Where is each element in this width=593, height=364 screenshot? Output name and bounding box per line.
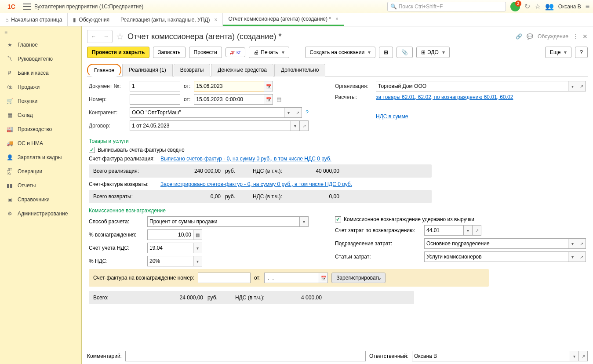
- section-tab-realization[interactable]: Реализация (1): [122, 64, 173, 76]
- sf-real-link[interactable]: Выписано счетов-фактур - 0, на сумму 0 р…: [160, 156, 331, 162]
- sidebar-item-assets[interactable]: 🚚ОС и НМА: [0, 136, 81, 150]
- favorites-icon[interactable]: ☆: [535, 2, 541, 11]
- post-and-close-button[interactable]: Провести и закрыть: [87, 47, 149, 58]
- withheld-checkbox[interactable]: [335, 216, 341, 222]
- sf-ret-link[interactable]: Зарегистрировано счетов-фактур - 0, на с…: [160, 181, 352, 187]
- sf-fee-date-input[interactable]: [264, 273, 319, 283]
- discuss-icon[interactable]: 💬: [527, 33, 533, 40]
- vat-mode-link[interactable]: НДС в сумме: [376, 113, 408, 120]
- org-input[interactable]: [376, 81, 568, 91]
- percent-input[interactable]: [147, 229, 193, 240]
- tab-discussions[interactable]: ▮ Обсуждения: [68, 13, 115, 26]
- nav-forward-button[interactable]: →: [100, 30, 112, 43]
- dropdown-icon[interactable]: ▾: [284, 107, 293, 118]
- exp-acc-input[interactable]: [424, 225, 464, 236]
- calc-method-input[interactable]: [147, 216, 300, 227]
- calendar-icon[interactable]: 📅: [264, 94, 273, 105]
- dropdown-icon[interactable]: ▾: [568, 238, 577, 249]
- register-button[interactable]: Зарегистрировать: [331, 273, 386, 283]
- sidebar-item-catalogs[interactable]: ▣Справочники: [0, 193, 81, 207]
- calendar-icon[interactable]: 📅: [264, 81, 273, 91]
- open-icon[interactable]: ↗: [577, 251, 586, 262]
- tab-home[interactable]: ⌂ Начальная страница: [0, 13, 68, 26]
- write-button[interactable]: Записать: [153, 47, 185, 58]
- number-input[interactable]: [130, 94, 180, 105]
- print-button[interactable]: 🖨Печать: [249, 47, 289, 58]
- sidebar-item-reports[interactable]: ▮▮Отчеты: [0, 178, 81, 193]
- tab-realization[interactable]: Реализация (акты, накладные, УПД) ×: [115, 13, 223, 26]
- sidebar-collapse-icon[interactable]: ≡: [0, 26, 81, 38]
- open-icon[interactable]: ↗: [293, 107, 302, 118]
- doc-date-input[interactable]: [194, 81, 264, 91]
- sf-fee-number-input[interactable]: [198, 273, 251, 283]
- main-menu-icon[interactable]: [23, 4, 31, 10]
- comment-input[interactable]: [125, 351, 366, 361]
- kebab-icon[interactable]: ⋮: [573, 33, 578, 40]
- favorite-icon[interactable]: ☆: [116, 31, 124, 42]
- doc-no-input[interactable]: [130, 81, 180, 91]
- notifications-icon[interactable]: 2: [510, 2, 520, 11]
- history-icon[interactable]: ↻: [524, 2, 530, 11]
- section-tab-returns[interactable]: Возвраты: [174, 64, 211, 76]
- counterparty-input[interactable]: [130, 107, 284, 118]
- sidebar-item-production[interactable]: 🏭Производство: [0, 122, 81, 136]
- open-icon[interactable]: ↗: [300, 120, 309, 131]
- more-button[interactable]: Еще: [545, 47, 571, 58]
- sidebar-item-sales[interactable]: 🛍Продажи: [0, 80, 81, 94]
- dropdown-icon[interactable]: ▾: [291, 120, 300, 131]
- search-input[interactable]: 🔍 Поиск Ctrl+Shift+F: [387, 2, 506, 11]
- open-icon[interactable]: ↗: [577, 81, 586, 91]
- help-button[interactable]: ?: [575, 47, 588, 58]
- sidebar-item-purchases[interactable]: 🛒Покупки: [0, 94, 81, 108]
- create-based-button[interactable]: Создать на основании: [305, 47, 376, 58]
- vat-acc-input[interactable]: [147, 243, 193, 253]
- sidebar-item-bank[interactable]: ₽Банк и касса: [0, 66, 81, 80]
- nav-back-button[interactable]: ←: [87, 30, 100, 43]
- section-tab-money[interactable]: Денежные средства: [211, 64, 273, 76]
- sidebar-item-manager[interactable]: 〽Руководителю: [0, 52, 81, 66]
- list-icon[interactable]: ▤: [276, 96, 281, 102]
- dropdown-icon[interactable]: ▾: [570, 351, 579, 361]
- link-icon[interactable]: 🔗: [516, 33, 522, 40]
- post-button[interactable]: Провести: [189, 47, 222, 58]
- dropdown-icon[interactable]: ▾: [568, 251, 577, 262]
- open-icon[interactable]: ↗: [473, 225, 481, 236]
- close-icon[interactable]: ×: [335, 16, 338, 22]
- help-icon[interactable]: ?: [306, 109, 309, 116]
- contract-input[interactable]: [130, 120, 291, 131]
- exp-item-input[interactable]: [424, 251, 568, 262]
- dropdown-icon[interactable]: ▾: [568, 81, 577, 91]
- dropdown-icon[interactable]: ▾: [300, 216, 309, 227]
- vat-rate-input[interactable]: [147, 256, 193, 266]
- section-tab-additional[interactable]: Дополнительно: [274, 64, 325, 76]
- open-icon[interactable]: ↗: [577, 238, 586, 249]
- structure-button[interactable]: ⊞: [379, 47, 393, 58]
- responsible-input[interactable]: [412, 351, 570, 361]
- tab-commission-report[interactable]: Отчет комиссионера (агента) (создание) *…: [223, 13, 344, 26]
- section-tab-main[interactable]: Главное: [87, 64, 121, 76]
- close-icon[interactable]: ✕: [582, 33, 588, 40]
- discussion-link[interactable]: Обсуждение: [538, 33, 568, 40]
- number-date-input[interactable]: [194, 94, 264, 105]
- user-icon[interactable]: 👥: [545, 2, 554, 11]
- calc-link[interactable]: за товары 62.01, 62.02, по вознаграждени…: [376, 94, 513, 100]
- sidebar-item-warehouse[interactable]: ▦Склад: [0, 108, 81, 122]
- edo-button[interactable]: ⊞ ЭДО: [416, 47, 450, 58]
- attach-button[interactable]: 📎: [397, 47, 413, 58]
- close-icon[interactable]: ×: [214, 17, 217, 23]
- dropdown-icon[interactable]: ▾: [193, 256, 202, 266]
- sidebar-item-admin[interactable]: ⚙Администрирование: [0, 207, 81, 221]
- division-input[interactable]: [424, 238, 568, 249]
- dtkt-button[interactable]: ДтКт: [226, 47, 246, 57]
- dropdown-icon[interactable]: ▾: [464, 225, 473, 236]
- sidebar-item-operations[interactable]: ДтКтОперации: [0, 164, 81, 178]
- sidebar-item-main[interactable]: ★Главное: [0, 38, 81, 52]
- menu-icon[interactable]: ≡: [586, 3, 589, 11]
- invoice-summary-checkbox[interactable]: [89, 147, 95, 153]
- dropdown-icon[interactable]: ▾: [193, 243, 202, 253]
- calculator-icon[interactable]: ▦: [193, 229, 202, 240]
- sidebar-item-hr[interactable]: 👤Зарплата и кадры: [0, 150, 81, 164]
- user-name[interactable]: Оксана В: [558, 4, 581, 10]
- open-icon[interactable]: ↗: [579, 351, 588, 361]
- calendar-icon[interactable]: 📅: [319, 273, 328, 283]
